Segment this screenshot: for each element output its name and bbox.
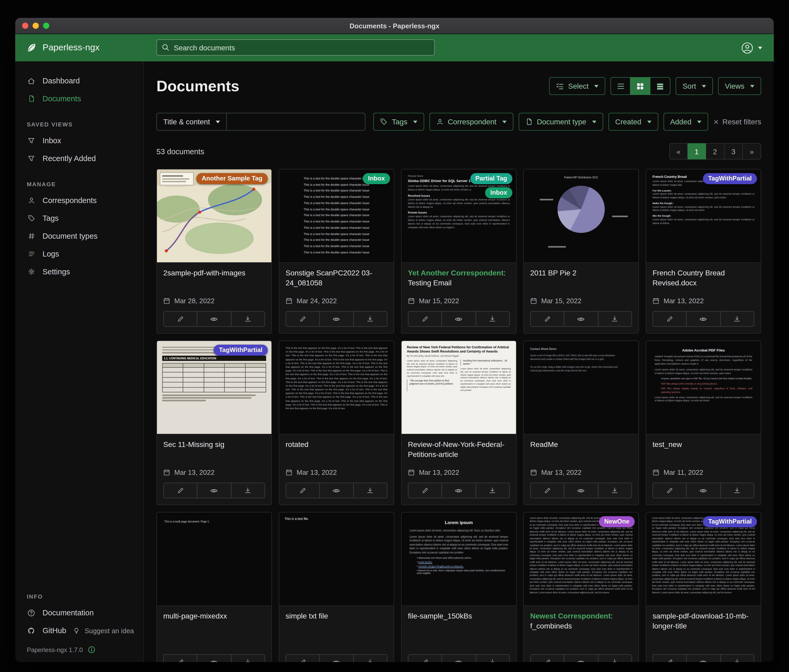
sidebar-item-recently-added[interactable]: Recently Added bbox=[15, 150, 143, 167]
view-button[interactable] bbox=[197, 312, 231, 326]
sidebar-item-tags[interactable]: Tags bbox=[15, 209, 143, 227]
views-button[interactable]: Views bbox=[718, 77, 761, 95]
download-button[interactable] bbox=[598, 312, 631, 326]
download-button[interactable] bbox=[353, 655, 387, 662]
tag-badge[interactable]: TagWithPartial bbox=[703, 173, 757, 184]
tag-badge[interactable]: NewOne bbox=[599, 516, 635, 527]
view-button[interactable] bbox=[319, 312, 353, 326]
download-button[interactable] bbox=[720, 312, 754, 326]
view-list-button[interactable] bbox=[610, 77, 631, 95]
document-title[interactable]: Sec 11-Missing sig bbox=[163, 440, 265, 460]
document-title[interactable]: simple txt file bbox=[286, 611, 387, 631]
documents-grid-viewport[interactable]: Another Sample Tag 2sample-pdf-with-imag… bbox=[157, 169, 761, 662]
view-button[interactable] bbox=[197, 655, 231, 662]
title-content-input[interactable] bbox=[227, 113, 365, 131]
download-button[interactable] bbox=[720, 655, 754, 662]
document-thumbnail[interactable]: Adobe Acrobat PDF Files Adobe® Portable … bbox=[646, 341, 761, 434]
suggest-idea-link[interactable]: Suggest an idea bbox=[70, 622, 138, 639]
document-thumbnail[interactable]: Release Notes Simba ODBC Driver for SQL … bbox=[402, 169, 516, 263]
sidebar-item-settings[interactable]: Settings bbox=[15, 263, 143, 281]
document-thumbnail[interactable]: Lorem ipsum Lorem ipsum dolor sit amet, … bbox=[402, 513, 516, 606]
edit-button[interactable] bbox=[286, 655, 319, 662]
tag-badge[interactable]: TagWithPartial bbox=[703, 516, 757, 527]
document-thumbnail[interactable]: This is a multi page document. Page 1. bbox=[157, 513, 272, 606]
tags-filter-button[interactable]: Tags bbox=[374, 113, 424, 131]
document-thumbnail[interactable]: This is the text that appears on the fir… bbox=[279, 341, 394, 434]
document-thumbnail[interactable]: Review of New York Federal Petitions for… bbox=[402, 341, 516, 434]
document-title[interactable]: ReadMe bbox=[530, 440, 632, 460]
document-thumbnail[interactable]: Patient BP Distribution 2011 bbox=[524, 169, 638, 263]
sidebar-item-inbox[interactable]: Inbox bbox=[15, 132, 143, 150]
search-input[interactable] bbox=[174, 43, 430, 52]
edit-button[interactable] bbox=[653, 483, 686, 498]
view-button[interactable] bbox=[197, 483, 231, 498]
document-thumbnail[interactable]: French Country Bread Lorem ipsum dolor s… bbox=[646, 169, 761, 263]
reset-filters-button[interactable]: × Reset filters bbox=[713, 117, 761, 126]
document-card[interactable]: Adobe Acrobat PDF Files Adobe® Portable … bbox=[646, 341, 761, 505]
document-title[interactable]: French Country Bread Revised.docx bbox=[653, 268, 754, 288]
document-title[interactable]: 2011 BP Pie 2 bbox=[530, 268, 632, 288]
document-thumbnail[interactable]: Lorem ipsum dolor sit amet, consectetur … bbox=[524, 513, 638, 606]
view-button[interactable] bbox=[564, 483, 598, 498]
page-1-button[interactable]: 1 bbox=[688, 143, 706, 159]
titlebar[interactable]: Documents - Paperless-ngx bbox=[15, 18, 774, 34]
sidebar-item-documentation[interactable]: Documentation bbox=[15, 604, 143, 622]
view-button[interactable] bbox=[319, 483, 353, 498]
view-button[interactable] bbox=[564, 312, 598, 326]
view-button[interactable] bbox=[564, 655, 598, 662]
download-button[interactable] bbox=[353, 483, 387, 498]
document-title[interactable]: rotated bbox=[286, 440, 387, 460]
download-button[interactable] bbox=[231, 655, 265, 662]
edit-button[interactable] bbox=[164, 655, 197, 662]
tag-badge[interactable]: Partial Tag bbox=[470, 173, 512, 184]
document-card[interactable]: This is the text that appears on the fir… bbox=[279, 341, 394, 505]
correspondent-filter-button[interactable]: Correspondent bbox=[430, 113, 513, 131]
view-details-button[interactable] bbox=[650, 77, 670, 95]
page-3-button[interactable]: 3 bbox=[724, 143, 743, 159]
document-card[interactable]: Review of New York Federal Petitions for… bbox=[401, 341, 517, 505]
tag-badge[interactable]: Inbox bbox=[485, 187, 512, 198]
document-correspondent[interactable]: Newest Correspondent bbox=[530, 611, 611, 620]
document-card[interactable]: Another Sample Tag 2sample-pdf-with-imag… bbox=[157, 169, 272, 334]
document-correspondent[interactable]: Yet Another Correspondent bbox=[408, 269, 504, 277]
document-card[interactable]: Lorem ipsum dolor sit amet, consectetur … bbox=[523, 512, 639, 662]
document-thumbnail[interactable]: Contact Sheet Demo Given a set of image … bbox=[524, 341, 638, 434]
download-button[interactable] bbox=[475, 312, 509, 326]
minimize-window-button[interactable] bbox=[32, 22, 39, 29]
view-button[interactable] bbox=[686, 655, 720, 662]
sort-button[interactable]: Sort bbox=[676, 77, 712, 95]
user-menu[interactable] bbox=[741, 42, 774, 54]
edit-button[interactable] bbox=[531, 483, 564, 498]
document-type-filter-button[interactable]: Document type bbox=[518, 113, 603, 131]
page-prev-button[interactable]: « bbox=[669, 143, 688, 159]
zoom-window-button[interactable] bbox=[43, 22, 50, 29]
view-button[interactable] bbox=[686, 312, 720, 326]
document-card[interactable]: Patient BP Distribution 2011 2011 BP Pie… bbox=[523, 169, 639, 334]
sidebar-item-document-types[interactable]: Document types bbox=[15, 227, 143, 245]
document-thumbnail[interactable]: 1.1. CONTINUING MEDICAL EDUCATION TagWit… bbox=[157, 341, 272, 434]
document-title[interactable]: Newest Correspondent: f_combineds bbox=[530, 611, 632, 631]
edit-button[interactable] bbox=[164, 312, 197, 326]
sidebar-item-github[interactable]: GitHub bbox=[15, 622, 70, 640]
page-next-button[interactable]: » bbox=[743, 143, 761, 159]
app-brand[interactable]: Paperless-ngx bbox=[15, 42, 99, 54]
document-card[interactable]: Lorem ipsum Lorem ipsum dolor sit amet, … bbox=[401, 512, 517, 662]
close-window-button[interactable] bbox=[22, 22, 28, 29]
document-title[interactable]: file-sample_150kBs bbox=[408, 611, 510, 631]
edit-button[interactable] bbox=[286, 483, 319, 498]
document-title[interactable]: sample-pdf-download-10-mb-longer-title bbox=[653, 611, 754, 631]
download-button[interactable] bbox=[475, 655, 509, 662]
document-thumbnail[interactable]: Lorem ipsum dolor sit amet, consectetur … bbox=[646, 513, 761, 606]
document-card[interactable]: This is a test for the double space char… bbox=[279, 169, 394, 334]
tag-badge[interactable]: Inbox bbox=[363, 173, 390, 184]
page-2-button[interactable]: 2 bbox=[706, 143, 724, 159]
sidebar-item-logs[interactable]: Logs bbox=[15, 245, 143, 263]
view-button[interactable] bbox=[686, 483, 720, 498]
document-card[interactable]: Lorem ipsum dolor sit amet, consectetur … bbox=[646, 512, 761, 662]
tag-badge[interactable]: Another Sample Tag bbox=[196, 173, 268, 184]
document-card[interactable]: 1.1. CONTINUING MEDICAL EDUCATION TagWit… bbox=[157, 341, 272, 505]
document-title[interactable]: multi-page-mixedxx bbox=[163, 611, 265, 631]
sidebar-item-documents[interactable]: Documents bbox=[15, 90, 143, 108]
info-circle-icon[interactable] bbox=[88, 646, 95, 654]
document-card[interactable]: French Country Bread Lorem ipsum dolor s… bbox=[646, 169, 761, 334]
